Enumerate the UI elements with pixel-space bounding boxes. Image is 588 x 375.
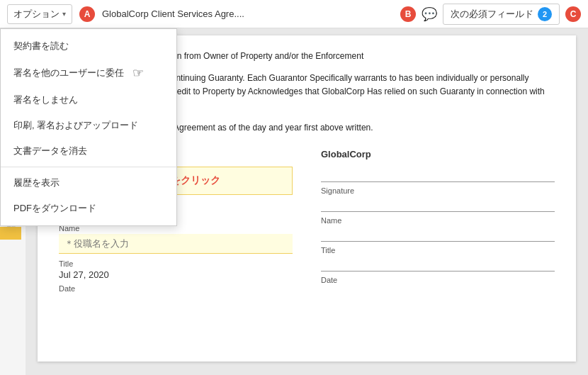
header-bar: オプション ▾ A GlobalCorp Client Services Agr… <box>0 0 588 28</box>
globalcorp-sig-label: Signature <box>321 186 555 195</box>
globalcorp-date-label: Date <box>321 276 555 284</box>
date-label: Date <box>59 284 293 293</box>
dropdown-menu: 契約書を読む 署名を他のユーザーに委任 ☞ 署名をしません 印刷, 署名およびア… <box>0 28 177 226</box>
globalcorp-title-line <box>321 226 555 242</box>
badge-c: C <box>565 6 581 22</box>
menu-item-decline-sign[interactable]: 署名をしません <box>1 87 176 113</box>
badge-a: A <box>79 6 95 22</box>
cursor-hand-icon: ☞ <box>132 65 144 81</box>
start-button[interactable]: 開始 <box>0 227 21 240</box>
menu-item-clear-data-label: 文書データを消去 <box>13 145 87 157</box>
menu-item-read-contract-label: 契約書を読む <box>13 40 69 52</box>
menu-item-print-sign-upload-label: 印刷, 署名およびアップロード <box>13 119 138 132</box>
globalcorp-sig-line <box>321 167 555 182</box>
title-label: Title <box>59 259 293 268</box>
next-field-button[interactable]: 次の必須フィールド 2 <box>443 4 560 25</box>
globalcorp-title-label: Title <box>321 246 555 254</box>
menu-divider <box>1 167 176 167</box>
menu-item-view-history-label: 履歴を表示 <box>13 177 60 189</box>
menu-item-download-pdf-label: PDFをダウンロード <box>13 202 96 215</box>
menu-item-read-contract[interactable]: 契約書を読む <box>1 33 176 59</box>
globalcorp-name-line <box>321 196 555 212</box>
chevron-icon: ▾ <box>62 10 66 18</box>
options-button[interactable]: オプション ▾ <box>7 4 72 24</box>
next-field-label: 次の必須フィールド <box>451 8 533 21</box>
chat-icon[interactable]: 💬 <box>422 6 437 22</box>
field-count-badge: 2 <box>538 7 552 21</box>
header-right: B 💬 次の必須フィールド 2 C <box>400 4 581 25</box>
menu-item-delegate-sign-label: 署名を他のユーザーに委任 <box>13 67 124 79</box>
menu-item-delegate-sign[interactable]: 署名を他のユーザーに委任 ☞ <box>1 59 176 87</box>
globalcorp-name-label: Name <box>321 216 555 225</box>
badge-b: B <box>400 6 416 22</box>
globalcorp-sig-col: GlobalCorp Signature Name Title Date <box>321 149 555 294</box>
menu-item-print-sign-upload[interactable]: 印刷, 署名およびアップロード <box>1 113 176 138</box>
doc-title: GlobalCorp Client Services Agre.... <box>102 9 393 19</box>
menu-item-decline-sign-label: 署名をしません <box>13 94 78 106</box>
globalcorp-date-line <box>321 256 555 272</box>
options-label: オプション <box>13 8 60 21</box>
globalcorp-col-title: GlobalCorp <box>321 149 555 159</box>
date-value: Jul 27, 2020 <box>59 269 293 280</box>
menu-item-view-history[interactable]: 履歴を表示 <box>1 170 176 196</box>
title-input[interactable] <box>59 234 293 254</box>
menu-item-download-pdf[interactable]: PDFをダウンロード <box>1 196 176 221</box>
menu-item-clear-data[interactable]: 文書データを消去 <box>1 138 176 164</box>
